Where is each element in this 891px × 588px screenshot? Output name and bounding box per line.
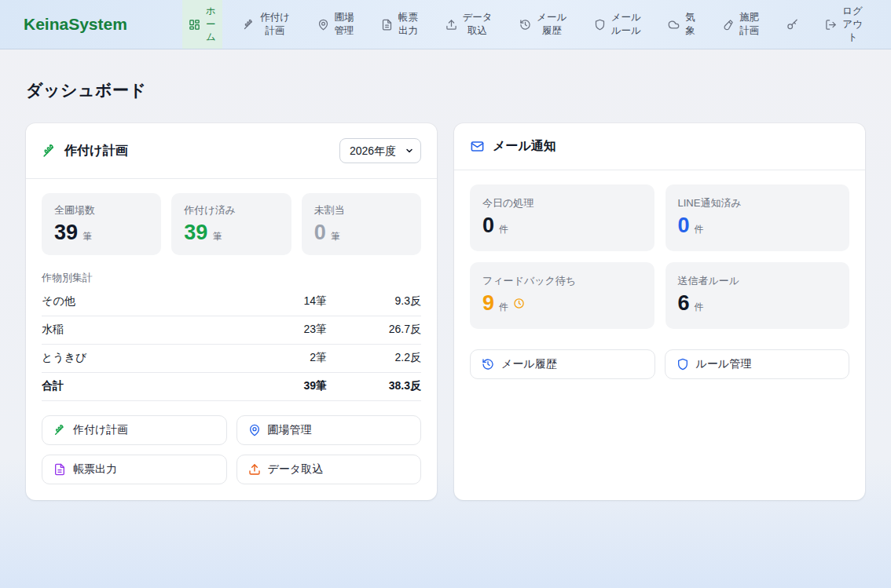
key-icon: [786, 5, 798, 44]
nav-label: データ 取込: [463, 11, 493, 38]
stat-value: 0: [678, 215, 690, 236]
rule-management-button[interactable]: ルール管理: [665, 349, 850, 379]
crop-summary-label: 作物別集計: [42, 271, 421, 285]
wheat-icon: [243, 5, 255, 44]
stat-value: 39: [184, 222, 207, 243]
file-icon: [53, 463, 66, 476]
planting-plan-button[interactable]: 作付け計画: [42, 415, 227, 445]
main-nav: ホ ー ム 作付け 計画 圃場 管理 帳票 出力 データ 取込: [182, 0, 891, 49]
file-icon: [381, 5, 393, 44]
dashboard-icon: [189, 5, 200, 44]
stat-unit: 件: [499, 223, 508, 236]
stat-label: 送信者ルール: [678, 274, 838, 288]
cloud-icon: [668, 5, 680, 44]
field-management-button[interactable]: 圃場管理: [236, 415, 422, 445]
crop-area: 2.2反: [327, 351, 421, 365]
nav-item-field-management[interactable]: 圃場 管理: [311, 0, 361, 49]
mail-history-button[interactable]: メール履歴: [470, 349, 655, 379]
nav-label: 作付け 計画: [260, 11, 290, 38]
crop-area: 9.3反: [327, 294, 421, 309]
test-tube-icon: [722, 5, 734, 44]
crop-name: とうきび: [42, 351, 252, 365]
nav-label: メール 履歴: [537, 11, 566, 38]
button-label: 帳票出力: [73, 462, 117, 477]
stat-label: 今日の処理: [482, 196, 642, 210]
stat-unit: 筆: [331, 230, 340, 243]
card-title: メール通知: [493, 138, 556, 155]
crop-name: 水稲: [42, 323, 252, 337]
data-import-button[interactable]: データ取込: [236, 455, 422, 484]
top-navigation-bar: KeinaSystem ホ ー ム 作付け 計画 圃場 管理 帳票 出力: [0, 0, 891, 49]
stat-unit: 件: [695, 301, 704, 314]
main-content: ダッシュボード 作付け計画 2026年度: [0, 79, 891, 500]
stat-value: 0: [482, 215, 494, 236]
clock-icon: [513, 298, 525, 309]
stat-total-fields: 全圃場数 39 筆: [42, 193, 161, 255]
stat-today-processed: 今日の処理 0 件: [470, 184, 654, 251]
stat-line-notified: LINE通知済み 0 件: [666, 184, 850, 251]
stat-label: 作付け済み: [184, 203, 278, 217]
nav-label: 気 象: [685, 11, 695, 38]
nav-item-planting-plan[interactable]: 作付け 計画: [236, 0, 296, 49]
stat-sender-rules: 送信者ルール 6 件: [666, 262, 850, 329]
nav-item-home[interactable]: ホ ー ム: [182, 0, 222, 49]
nav-label: ログ アウ ト: [842, 5, 863, 45]
fiscal-year-select[interactable]: 2026年度: [339, 138, 421, 163]
history-icon: [519, 5, 531, 44]
stat-value: 6: [678, 293, 690, 314]
crop-count: 39筆: [252, 379, 327, 393]
table-row: 水稲 23筆 26.7反: [42, 316, 421, 345]
button-label: 作付け計画: [73, 423, 128, 437]
nav-item-weather[interactable]: 気 象: [662, 0, 702, 49]
upload-icon: [248, 463, 261, 476]
stat-value: 9: [482, 293, 494, 314]
shield-icon: [676, 358, 689, 371]
planting-plan-card: 作付け計画 2026年度 全圃場数 39: [26, 123, 437, 500]
nav-item-data-import[interactable]: データ 取込: [439, 0, 499, 49]
report-output-button[interactable]: 帳票出力: [42, 455, 227, 484]
shield-icon: [594, 5, 606, 44]
stat-feedback-pending: フィードバック待ち 9 件: [470, 262, 654, 329]
nav-item-fertilization-plan[interactable]: 施肥 計画: [716, 0, 765, 49]
button-label: 圃場管理: [268, 423, 312, 437]
crop-count: 2筆: [252, 351, 327, 365]
app-logo[interactable]: KeinaSystem: [24, 0, 127, 49]
stat-unit: 件: [499, 301, 508, 314]
stat-label: フィードバック待ち: [482, 274, 642, 288]
upload-icon: [446, 5, 457, 44]
nav-label: メール ルール: [611, 11, 641, 38]
button-label: メール履歴: [501, 357, 557, 371]
nav-label: 圃場 管理: [335, 11, 354, 38]
wheat-icon: [53, 424, 66, 436]
stat-unassigned: 未割当 0 筆: [302, 193, 421, 255]
nav-item-report-output[interactable]: 帳票 出力: [375, 0, 424, 49]
nav-item-password-key[interactable]: [780, 0, 805, 49]
nav-label: 帳票 出力: [398, 11, 418, 38]
button-label: データ取込: [268, 462, 324, 477]
crop-count: 23筆: [252, 323, 327, 337]
page-title: ダッシュボード: [26, 79, 865, 101]
map-pin-icon: [248, 424, 261, 436]
crop-count: 14筆: [252, 294, 327, 309]
mail-icon: [470, 139, 485, 154]
table-row: その他 14筆 9.3反: [42, 288, 421, 316]
history-icon: [482, 358, 494, 371]
table-row: とうきび 2筆 2.2反: [42, 345, 421, 373]
stat-planted: 作付け済み 39 筆: [171, 193, 291, 255]
table-row-total: 合計 39筆 38.3反: [42, 373, 421, 401]
crop-name: その他: [42, 294, 252, 309]
stat-unit: 件: [695, 223, 704, 236]
nav-item-logout[interactable]: ログ アウ ト: [819, 0, 869, 49]
nav-item-mail-rules[interactable]: メール ルール: [588, 0, 647, 49]
crop-area: 26.7反: [327, 323, 421, 337]
mail-notification-card: メール通知 今日の処理 0 件 LINE通知済み 0: [454, 123, 865, 500]
wheat-icon: [42, 144, 57, 159]
stat-unit: 筆: [212, 230, 222, 243]
stat-unit: 筆: [82, 230, 92, 243]
button-label: ルール管理: [696, 357, 752, 371]
crop-name: 合計: [42, 379, 252, 393]
stat-label: 未割当: [314, 203, 409, 217]
nav-item-mail-history[interactable]: メール 履歴: [513, 0, 573, 49]
nav-label: ホ ー ム: [206, 5, 216, 45]
stat-value: 0: [314, 222, 326, 243]
